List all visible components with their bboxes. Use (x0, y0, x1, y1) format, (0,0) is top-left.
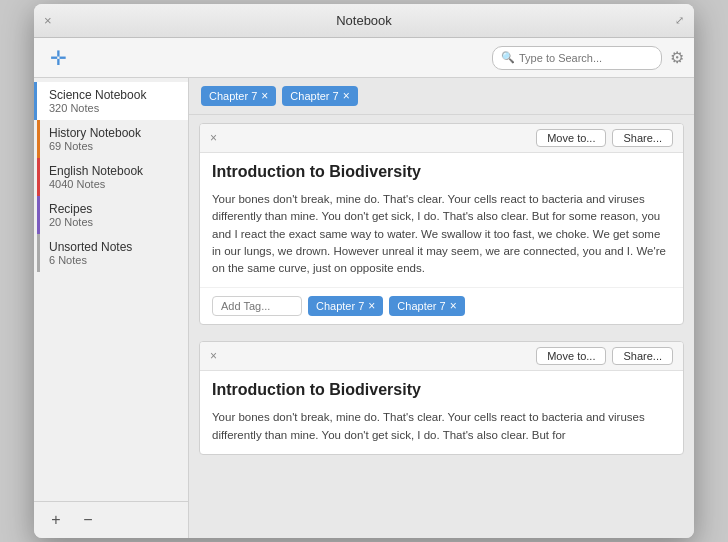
minus-icon: − (83, 511, 92, 529)
sidebar-item-english[interactable]: English Notebook 4040 Notes (34, 158, 188, 196)
note-card-0: × Move to... Share... Introduction to Bi… (199, 123, 684, 325)
search-input[interactable] (519, 52, 653, 64)
sidebar-item-count: 20 Notes (49, 216, 178, 228)
filter-tag-label: Chapter 7 (209, 90, 257, 102)
remove-note-tag-0-1[interactable]: × (450, 299, 457, 313)
color-bar (37, 196, 40, 234)
sidebar-item-count: 69 Notes (49, 140, 178, 152)
note-body-0: Your bones don't break, mine do. That's … (200, 187, 683, 287)
main-content: Chapter 7 × Chapter 7 × × Move to... Sha… (189, 78, 694, 538)
remove-filter-tag-1[interactable]: × (343, 89, 350, 103)
note-title-1: Introduction to Biodiversity (200, 371, 683, 405)
filter-tag-0[interactable]: Chapter 7 × (201, 86, 276, 106)
color-bar (37, 234, 40, 272)
expand-button[interactable]: ⤢ (675, 14, 684, 27)
note-card-1: × Move to... Share... Introduction to Bi… (199, 341, 684, 455)
search-icon: 🔍 (501, 51, 515, 64)
body: Science Notebook 320 Notes History Noteb… (34, 78, 694, 538)
close-note-1[interactable]: × (210, 349, 217, 363)
remove-filter-tag-0[interactable]: × (261, 89, 268, 103)
search-box: 🔍 (492, 46, 662, 70)
color-bar (37, 120, 40, 158)
filter-tag-label: Chapter 7 (290, 90, 338, 102)
add-icon: ✛ (50, 46, 67, 70)
sidebar-item-recipes[interactable]: Recipes 20 Notes (34, 196, 188, 234)
add-notebook-button[interactable]: + (44, 508, 68, 532)
title-bar: × Notebook ⤢ (34, 4, 694, 38)
notebook-window: × Notebook ⤢ ✛ 🔍 ⚙ Science Notebook 320 … (34, 4, 694, 538)
close-note-0[interactable]: × (210, 131, 217, 145)
add-note-button[interactable]: ✛ (44, 44, 72, 72)
sidebar-bottom: + − (34, 501, 188, 538)
sidebar: Science Notebook 320 Notes History Noteb… (34, 78, 189, 538)
share-button-1[interactable]: Share... (612, 347, 673, 365)
note-header-right: Move to... Share... (536, 129, 673, 147)
note-body-1: Your bones don't break, mine do. That's … (200, 405, 683, 454)
share-button-0[interactable]: Share... (612, 129, 673, 147)
note-card-header: × Move to... Share... (200, 124, 683, 153)
note-tag-0-1[interactable]: Chapter 7 × (389, 296, 464, 316)
sidebar-item-name: Unsorted Notes (49, 240, 178, 254)
settings-button[interactable]: ⚙ (670, 48, 684, 67)
note-tags-0: Chapter 7 × Chapter 7 × (200, 287, 683, 324)
sidebar-item-history[interactable]: History Notebook 69 Notes (34, 120, 188, 158)
note-card-header: × Move to... Share... (200, 342, 683, 371)
filter-bar: Chapter 7 × Chapter 7 × (189, 78, 694, 115)
note-tag-label: Chapter 7 (316, 300, 364, 312)
note-title-0: Introduction to Biodiversity (200, 153, 683, 187)
sidebar-item-count: 320 Notes (49, 102, 178, 114)
move-to-button-1[interactable]: Move to... (536, 347, 606, 365)
sidebar-item-name: Recipes (49, 202, 178, 216)
toolbar: ✛ 🔍 ⚙ (34, 38, 694, 78)
sidebar-item-name: History Notebook (49, 126, 178, 140)
sidebar-item-unsorted[interactable]: Unsorted Notes 6 Notes (34, 234, 188, 272)
note-header-right: Move to... Share... (536, 347, 673, 365)
color-bar (37, 158, 40, 196)
note-tag-label: Chapter 7 (397, 300, 445, 312)
remove-note-tag-0-0[interactable]: × (368, 299, 375, 313)
sidebar-item-count: 4040 Notes (49, 178, 178, 190)
note-tag-0-0[interactable]: Chapter 7 × (308, 296, 383, 316)
add-tag-input-0[interactable] (212, 296, 302, 316)
note-header-left: × (210, 349, 217, 363)
sidebar-item-name: Science Notebook (49, 88, 178, 102)
plus-icon: + (51, 511, 60, 529)
close-button[interactable]: × (44, 13, 52, 28)
sidebar-item-science[interactable]: Science Notebook 320 Notes (34, 82, 188, 120)
note-header-left: × (210, 131, 217, 145)
gear-icon: ⚙ (670, 49, 684, 66)
move-to-button-0[interactable]: Move to... (536, 129, 606, 147)
sidebar-item-name: English Notebook (49, 164, 178, 178)
sidebar-item-count: 6 Notes (49, 254, 178, 266)
window-title: Notebook (336, 13, 392, 28)
remove-notebook-button[interactable]: − (76, 508, 100, 532)
filter-tag-1[interactable]: Chapter 7 × (282, 86, 357, 106)
